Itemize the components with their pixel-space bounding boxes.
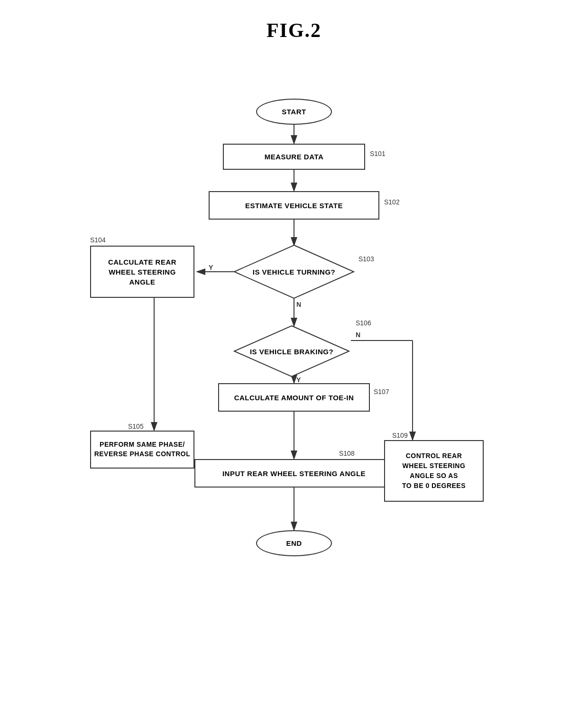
calculate-rear-wheel-node: CALCULATE REAR WHEEL STEERING ANGLE <box>90 246 194 298</box>
turning-label: IS VEHICLE TURNING? <box>245 268 343 276</box>
n-turning-label: N <box>296 301 301 308</box>
s107-label: S107 <box>374 388 389 396</box>
control-rear-wheel-label: CONTROL REAR WHEEL STEERING ANGLE SO AS … <box>402 451 466 491</box>
input-rear-wheel-node: INPUT REAR WHEEL STEERING ANGLE <box>194 459 394 488</box>
estimate-vehicle-state-node: ESTIMATE VEHICLE STATE <box>209 191 379 220</box>
estimate-vehicle-label: ESTIMATE VEHICLE STATE <box>245 202 343 210</box>
measure-data-label: MEASURE DATA <box>265 153 324 161</box>
y-braking-label: Y <box>296 376 301 384</box>
measure-data-node: MEASURE DATA <box>223 144 365 170</box>
braking-diamond: IS VEHICLE BRAKING? <box>232 324 351 378</box>
end-label: END <box>286 539 302 547</box>
end-node: END <box>256 530 332 556</box>
s103-label: S103 <box>358 255 374 263</box>
braking-label: IS VEHICLE BRAKING? <box>244 347 339 355</box>
perform-same-phase-node: PERFORM SAME PHASE/ REVERSE PHASE CONTRO… <box>90 431 194 469</box>
y-turning-label: Y <box>209 264 213 271</box>
start-label: START <box>282 108 306 116</box>
calculate-rear-wheel-label: CALCULATE REAR WHEEL STEERING ANGLE <box>108 257 176 287</box>
n-braking-label: N <box>356 331 360 339</box>
s108-label: S108 <box>339 450 355 457</box>
s101-label: S101 <box>370 150 386 157</box>
page-title: FIG.2 <box>0 0 588 56</box>
perform-same-phase-label: PERFORM SAME PHASE/ REVERSE PHASE CONTRO… <box>94 440 191 459</box>
s106-label: S106 <box>356 319 371 327</box>
control-rear-wheel-node: CONTROL REAR WHEEL STEERING ANGLE SO AS … <box>384 440 484 502</box>
s102-label: S102 <box>384 198 400 206</box>
s104-label: S104 <box>90 236 106 244</box>
s105-label: S105 <box>128 423 144 430</box>
input-rear-wheel-label: INPUT REAR WHEEL STEERING ANGLE <box>222 469 366 478</box>
calculate-toe-in-node: CALCULATE AMOUNT OF TOE-IN <box>218 383 370 412</box>
start-node: START <box>256 99 332 125</box>
calculate-toe-in-label: CALCULATE AMOUNT OF TOE-IN <box>234 394 354 402</box>
turning-diamond: IS VEHICLE TURNING? <box>232 243 356 300</box>
s109-label: S109 <box>392 432 408 439</box>
